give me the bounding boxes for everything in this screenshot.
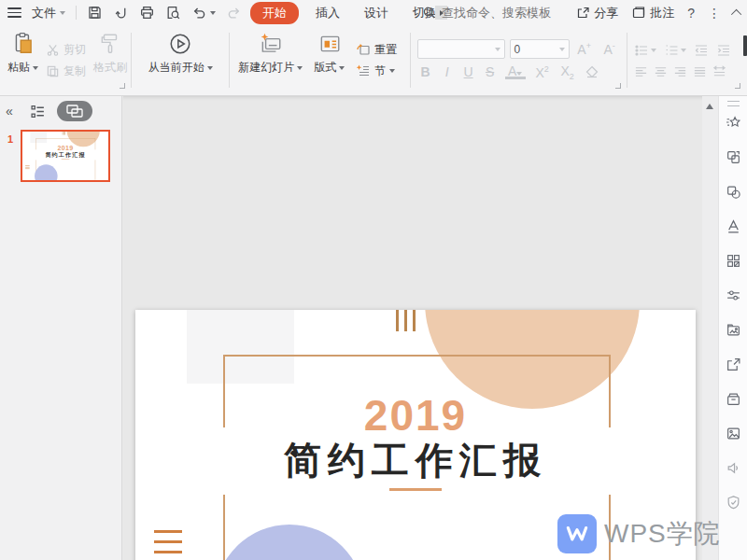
paste-caret-icon[interactable] <box>33 66 38 70</box>
divider <box>410 33 411 88</box>
security-shield-icon[interactable] <box>726 495 741 511</box>
align-right-icon <box>673 64 687 78</box>
layout-caret-icon[interactable] <box>339 66 345 70</box>
adjust-sliders-icon[interactable] <box>726 287 741 303</box>
share-export-icon[interactable] <box>726 357 741 372</box>
clipboard-dialog-launcher-icon[interactable] <box>120 83 125 89</box>
layout-button[interactable]: 版式 <box>314 25 345 95</box>
new-slide-label: 新建幻灯片 <box>238 60 294 76</box>
slide-thumbnail-row: 1 2019 简约工作汇报 <box>0 130 121 182</box>
collapse-ribbon-icon[interactable] <box>731 8 741 19</box>
format-painter-label: 格式刷 <box>93 60 127 76</box>
slide-year-text[interactable]: 2019 <box>135 390 696 441</box>
play-from-current-button[interactable]: 从当前开始 <box>148 25 213 95</box>
clear-format-icon <box>585 64 599 79</box>
file-menu-label: 文件 <box>32 5 56 21</box>
sound-icon[interactable] <box>726 460 741 476</box>
reset-button[interactable]: 重置 <box>356 42 397 58</box>
tab-home[interactable]: 开始 <box>250 2 299 24</box>
components-grid-icon[interactable] <box>726 253 741 269</box>
divider <box>76 6 77 20</box>
save-button[interactable] <box>87 5 103 21</box>
comment-icon <box>631 6 646 21</box>
bullets-icon <box>634 43 649 58</box>
scroll-up-icon[interactable] <box>706 104 713 109</box>
decrease-font-button: A- <box>599 41 620 57</box>
decrease-indent-icon <box>694 43 709 58</box>
search-input[interactable] <box>442 6 565 20</box>
font-name-select[interactable] <box>417 39 505 59</box>
slide-canvas[interactable]: 2019 简约工作汇报 <box>123 96 702 560</box>
copy-label: 复制 <box>63 63 86 79</box>
decor-horizontal-mark <box>154 551 182 553</box>
command-search[interactable] <box>422 0 565 25</box>
hamburger-menu-icon[interactable] <box>7 7 21 18</box>
undo-icon <box>191 5 207 21</box>
distribute-text-icon <box>712 64 726 78</box>
help-button[interactable]: ? <box>687 6 695 21</box>
picture-icon[interactable] <box>726 426 741 441</box>
magic-effects-icon[interactable] <box>726 115 741 131</box>
file-menu[interactable]: 文件 <box>32 5 65 21</box>
tab-insert[interactable]: 插入 <box>308 3 347 23</box>
paste-button[interactable]: 粘贴 <box>7 25 38 95</box>
print-preview-icon <box>165 5 181 21</box>
clipped-toolbar-control <box>743 35 747 56</box>
subscript-button: X2 <box>559 63 576 81</box>
slide-thumbnail[interactable]: 2019 简约工作汇报 <box>21 130 110 182</box>
increase-font-button: A+ <box>574 41 595 57</box>
decor-frame-left-lower <box>223 495 225 560</box>
font-size-select[interactable]: 0 <box>510 39 570 59</box>
more-options-button[interactable]: ⋮ <box>708 6 721 21</box>
comment-button[interactable]: 批注 <box>631 5 674 21</box>
section-button[interactable]: 节 <box>356 63 397 79</box>
collapse-panel-button[interactable]: « <box>6 104 11 119</box>
numbering-caret-icon <box>681 49 686 52</box>
undo-button[interactable] <box>191 5 216 21</box>
divider <box>627 33 627 88</box>
material-box-icon[interactable] <box>726 391 741 407</box>
thumbnail-slide-art: 2019 简约工作汇报 <box>22 132 108 180</box>
new-slide-button[interactable]: 新建幻灯片 <box>238 25 303 95</box>
play-from-current-label: 从当前开始 <box>148 60 204 76</box>
divider <box>131 33 132 88</box>
decor-title-underline <box>389 488 442 491</box>
divider <box>229 33 230 88</box>
print-preview-button[interactable] <box>165 5 181 21</box>
share-button[interactable]: 分享 <box>575 5 618 21</box>
save-icon <box>87 5 103 21</box>
play-icon <box>168 32 192 56</box>
share-label: 分享 <box>594 5 618 21</box>
new-slide-caret-icon[interactable] <box>297 66 303 70</box>
export-button[interactable] <box>113 5 129 21</box>
undo-caret-icon[interactable] <box>210 11 216 15</box>
copy-button: 复制 <box>46 63 86 79</box>
section-caret-icon[interactable] <box>389 69 395 73</box>
underline-button: U <box>462 64 475 79</box>
image-library-icon[interactable] <box>726 322 741 338</box>
slide-title-text[interactable]: 简约工作汇报 <box>135 435 696 486</box>
vertical-scrollbar[interactable] <box>702 96 718 560</box>
cut-label: 剪切 <box>63 42 86 58</box>
outline-view-button[interactable] <box>30 104 46 119</box>
slideshow-group: 从当前开始 <box>134 25 226 95</box>
share-icon <box>575 6 590 21</box>
decor-grey-square <box>187 310 294 384</box>
align-center-icon <box>654 64 668 78</box>
ribbon-tabs: 开始 插入 设计 切换 <box>250 0 447 25</box>
swap-shapes-icon[interactable] <box>726 149 741 165</box>
wps-academy-watermark: WPS学院 <box>557 514 721 553</box>
align-left-icon <box>634 64 648 78</box>
print-button[interactable] <box>139 5 155 21</box>
sidebar-handle-icon[interactable] <box>727 101 740 106</box>
title-bar: 文件 开始 插入 设计 切换 <box>0 0 747 25</box>
paragraph-dialog-launcher-icon[interactable] <box>735 83 740 89</box>
slide-number: 1 <box>0 130 21 182</box>
play-caret-icon[interactable] <box>207 66 213 70</box>
combine-shapes-icon[interactable] <box>726 184 741 200</box>
font-dialog-launcher-icon[interactable] <box>615 83 621 89</box>
tab-design[interactable]: 设计 <box>357 3 396 23</box>
slide-view-button[interactable] <box>57 101 92 121</box>
new-slide-icon <box>259 32 283 56</box>
wordart-icon[interactable] <box>726 218 741 234</box>
